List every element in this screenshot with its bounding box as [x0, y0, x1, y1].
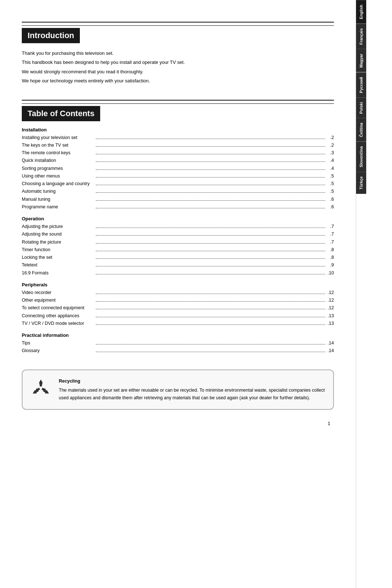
recycling-icon [30, 377, 52, 400]
toc-dots [96, 185, 325, 185]
toc-dots [96, 301, 325, 302]
lang-tab-en[interactable]: English [356, 0, 366, 24]
toc-page-number: .2 [327, 134, 334, 142]
toc-rule [22, 103, 334, 104]
toc-entry-label: Glossary [22, 347, 94, 355]
page-container: Introduction Thank you for purchasing th… [0, 0, 392, 588]
recycling-content: Recycling The materials used in your set… [59, 377, 326, 402]
intro-rule [22, 25, 334, 26]
toc-page-number: .13 [327, 312, 334, 320]
toc-dots [96, 177, 325, 177]
lang-tab-pl[interactable]: Polski [356, 97, 366, 118]
toc-page-number: .12 [327, 297, 334, 304]
toc-dots [96, 309, 325, 309]
toc-entry: TV / VCR / DVD mode selector.13 [22, 320, 334, 327]
toc-entry: Rotating the picture.7 [22, 238, 334, 246]
introduction-section: Introduction Thank you for purchasing th… [22, 22, 334, 85]
toc-entry-label: TV / VCR / DVD mode selector [22, 320, 94, 327]
toc-category-name: Peripherals [22, 282, 334, 287]
toc-entry-label: To select connected equipment [22, 304, 94, 312]
toc-dots [96, 192, 325, 193]
toc-entry: Connecting other appliances.13 [22, 312, 334, 320]
intro-title-bar: Introduction [22, 22, 334, 43]
intro-title: Introduction [22, 28, 80, 43]
toc-page-number: .3 [327, 149, 334, 157]
toc-dots [96, 235, 325, 236]
toc-entry-label: Manual tuning [22, 196, 94, 203]
recycling-text: The materials used in your set are eithe… [59, 387, 326, 402]
toc-entry-label: Quick installation [22, 157, 94, 164]
toc-entry: Adjusting the sound.7 [22, 230, 334, 238]
intro-para-3: We would strongly recommend that you rea… [22, 68, 334, 76]
toc-entry-label: Other equipment [22, 297, 94, 304]
toc-page-number: .14 [327, 339, 334, 347]
page-number: 1 [22, 421, 334, 426]
lang-tabs-container: EnglishFrançaisMagyarРусскийPolskiČeštin… [356, 0, 377, 194]
toc-entry: Glossary.14 [22, 347, 334, 355]
toc-page-number: .7 [327, 238, 334, 246]
toc-page-number: .9 [327, 261, 334, 269]
recycling-box: Recycling The materials used in your set… [22, 369, 334, 410]
toc-entry-label: Using other menus [22, 172, 94, 180]
toc-entry: Sorting programmes.4 [22, 165, 334, 172]
toc-entry: Manual tuning.6 [22, 196, 334, 203]
toc-entry: Quick installation.4 [22, 157, 334, 164]
toc-category: Practical informationTips.14Glossary.14 [22, 332, 334, 355]
toc-dots [96, 200, 325, 201]
toc-entry-label: Adjusting the picture [22, 223, 94, 230]
toc-dots [96, 139, 325, 139]
toc-dots [96, 228, 325, 228]
toc-title: Table of Contents [22, 106, 100, 121]
toc-category: InstallationInstalling your television s… [22, 127, 334, 211]
lang-tab-tr[interactable]: Türkçe [356, 172, 366, 194]
toc-title-bar: Table of Contents [22, 100, 334, 121]
toc-dots [96, 243, 325, 244]
toc-page-number: .8 [327, 246, 334, 254]
toc-dots [96, 154, 325, 154]
toc-entry: Choosing a language and country.5 [22, 180, 334, 188]
toc-entry-label: Choosing a language and country [22, 180, 94, 188]
toc-dots [96, 344, 325, 344]
intro-para-4: We hope our technology meets entirely wi… [22, 77, 334, 85]
lang-tab-sl[interactable]: Slovenčina [356, 142, 366, 172]
toc-page-number: .10 [327, 269, 334, 277]
toc-dots [96, 324, 325, 325]
toc-entry-label: Rotating the picture [22, 238, 94, 246]
toc-page-number: .5 [327, 172, 334, 180]
toc-entry: Using other menus.5 [22, 172, 334, 180]
lang-tab-fr[interactable]: Français [356, 24, 366, 49]
toc-page-number: .8 [327, 254, 334, 261]
toc-page-number: .6 [327, 203, 334, 211]
toc-dots [96, 162, 325, 162]
toc-entry: To select connected equipment.12 [22, 304, 334, 312]
lang-tab-hu[interactable]: Magyar [356, 49, 366, 72]
lang-tab-cs[interactable]: Čeština [356, 118, 366, 142]
toc-entry-label: Programme name [22, 203, 94, 211]
toc-dots [96, 146, 325, 147]
toc-page-number: .4 [327, 157, 334, 164]
toc-entry-label: Installing your television set [22, 134, 94, 142]
toc-category-name: Operation [22, 216, 334, 221]
toc-entry: Other equipment.12 [22, 297, 334, 304]
toc-entry: The keys on the TV set.2 [22, 142, 334, 149]
toc-entry-label: Tips [22, 339, 94, 347]
intro-text-block: Thank you for purchasing this television… [22, 49, 334, 85]
toc-entry-label: Connecting other appliances [22, 312, 94, 320]
toc-content: InstallationInstalling your television s… [22, 127, 334, 355]
toc-dots [96, 274, 325, 274]
toc-entry-label: The keys on the TV set [22, 142, 94, 149]
toc-entry-label: 16:9 Formats [22, 269, 94, 277]
lang-tab-ru[interactable]: Русский [356, 72, 366, 97]
toc-dots [96, 170, 325, 170]
toc-dots [96, 352, 325, 352]
toc-entry-label: Locking the set [22, 254, 94, 261]
toc-entry-label: Timer function [22, 246, 94, 254]
toc-entry: Installing your television set.2 [22, 134, 334, 142]
toc-entry: The remote control keys.3 [22, 149, 334, 157]
toc-category-name: Practical information [22, 332, 334, 338]
toc-entry: Timer function.8 [22, 246, 334, 254]
toc-section: Table of Contents InstallationInstalling… [22, 100, 334, 355]
toc-page-number: .13 [327, 320, 334, 327]
toc-page-number: .7 [327, 223, 334, 230]
toc-dots [96, 251, 325, 251]
